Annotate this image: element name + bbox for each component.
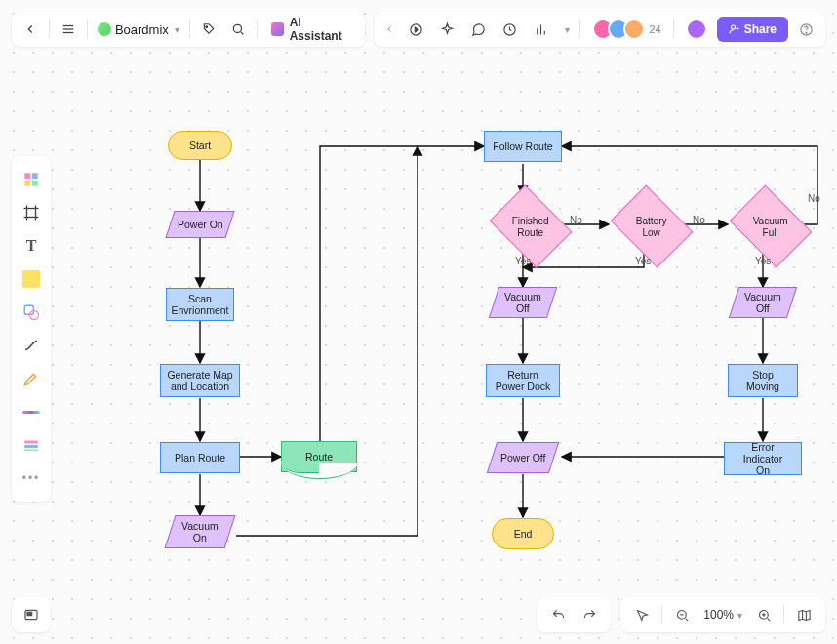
edge-label-no: No xyxy=(808,193,820,204)
node-start[interactable]: Start xyxy=(168,131,232,160)
node-power-off[interactable]: Power Off xyxy=(487,442,559,473)
node-label: Error Indicator On xyxy=(731,441,795,476)
canvas-area[interactable]: Start Power On Scan Envrionment Generate… xyxy=(0,0,837,644)
node-scan-environment[interactable]: Scan Envrionment xyxy=(166,288,234,321)
node-power-on[interactable]: Power On xyxy=(165,211,234,238)
svg-rect-29 xyxy=(24,450,38,452)
node-route-document[interactable]: Route xyxy=(281,441,357,472)
sparkle-icon xyxy=(440,22,455,37)
edge-label-yes: Yes xyxy=(515,256,531,266)
connector-tool[interactable] xyxy=(16,330,47,361)
history-button[interactable] xyxy=(496,16,523,43)
undo-button[interactable] xyxy=(544,601,572,628)
document-title-dropdown[interactable]: Boardmix ▾ xyxy=(94,22,183,37)
pointer-mode-button[interactable] xyxy=(628,601,656,628)
collaborator-avatars[interactable]: 24 xyxy=(586,19,666,40)
minimap-button[interactable] xyxy=(18,601,45,628)
templates-tool[interactable] xyxy=(16,164,47,195)
sparkle-button[interactable] xyxy=(433,16,460,43)
node-label: Vacuum Off xyxy=(504,291,541,314)
svg-point-12 xyxy=(731,25,735,29)
edge-label-yes: Yes xyxy=(635,256,651,266)
map-view-button[interactable] xyxy=(790,601,817,628)
svg-rect-19 xyxy=(24,181,30,186)
zoom-in-icon xyxy=(757,608,772,623)
current-user-avatar[interactable] xyxy=(680,19,713,40)
comment-button[interactable] xyxy=(464,16,492,43)
chart-button[interactable] xyxy=(527,16,554,43)
svg-line-5 xyxy=(241,32,243,34)
chevron-left-icon xyxy=(384,24,394,34)
dots-horizontal-icon: ••• xyxy=(22,471,41,485)
node-battery-low[interactable]: Battery Low xyxy=(611,185,694,268)
pointer-icon xyxy=(635,608,650,623)
sticky-note-icon xyxy=(22,270,40,288)
node-label: Route xyxy=(305,451,333,463)
node-stop-moving[interactable]: Stop Moving xyxy=(728,364,798,397)
template-grid-icon xyxy=(22,171,40,188)
node-label: Start xyxy=(189,140,211,151)
zoom-level-dropdown[interactable]: 100% ▾ xyxy=(699,608,746,622)
document-title: Boardmix xyxy=(115,22,169,37)
play-button[interactable] xyxy=(402,16,429,43)
node-generate-map[interactable]: Generate Map and Location xyxy=(160,364,240,397)
node-return-power-dock[interactable]: Return Power Dock xyxy=(486,364,560,397)
play-circle-icon xyxy=(409,22,423,37)
svg-point-26 xyxy=(30,311,39,320)
node-end[interactable]: End xyxy=(492,518,554,549)
node-label: Vacuum Full xyxy=(744,216,797,238)
highlighter-tool[interactable] xyxy=(16,396,47,427)
hamburger-menu-button[interactable] xyxy=(56,16,81,43)
svg-rect-28 xyxy=(24,445,38,448)
zoom-out-icon xyxy=(675,608,690,623)
chevron-left-icon xyxy=(23,22,37,36)
avatar-extra-count: 24 xyxy=(649,23,660,35)
node-label: Vacuum On xyxy=(181,520,219,543)
text-tool[interactable]: T xyxy=(16,230,47,262)
tag-button[interactable] xyxy=(196,16,221,43)
edge-label-no: No xyxy=(693,215,705,225)
redo-button[interactable] xyxy=(576,601,603,628)
svg-rect-25 xyxy=(24,305,33,314)
node-error-indicator-on[interactable]: Error Indicator On xyxy=(724,442,802,475)
map-icon xyxy=(797,608,812,623)
redo-icon xyxy=(582,608,597,623)
node-label: Stop Moving xyxy=(735,369,791,392)
zoom-out-button[interactable] xyxy=(668,601,696,628)
node-label: Generate Map and Location xyxy=(167,369,232,392)
shapes-icon xyxy=(22,303,40,321)
svg-rect-17 xyxy=(24,173,30,179)
top-bar: Boardmix ▾ AI Assistant xyxy=(12,12,825,47)
sticky-note-tool[interactable] xyxy=(16,263,47,295)
node-follow-route[interactable]: Follow Route xyxy=(484,131,562,162)
share-button[interactable]: Share xyxy=(717,17,788,42)
table-tool[interactable] xyxy=(16,429,47,461)
svg-line-34 xyxy=(685,618,688,621)
node-label: Return Power Dock xyxy=(496,369,551,392)
node-label: Scan Envrionment xyxy=(172,293,229,316)
node-label: Power On xyxy=(178,219,223,230)
edge-label-yes: Yes xyxy=(755,256,771,266)
curve-icon xyxy=(22,337,40,354)
node-vacuum-off-right[interactable]: Vacuum Off xyxy=(729,287,797,318)
search-button[interactable] xyxy=(225,16,251,43)
svg-rect-31 xyxy=(27,612,32,615)
comment-icon xyxy=(471,22,486,37)
pen-tool[interactable] xyxy=(16,363,47,394)
avatar xyxy=(623,19,645,40)
back-button[interactable] xyxy=(18,16,43,43)
chevron-down-icon: ▾ xyxy=(737,610,742,621)
zoom-in-button[interactable] xyxy=(750,601,777,628)
frame-tool[interactable] xyxy=(16,197,47,228)
node-vacuum-off-left[interactable]: Vacuum Off xyxy=(489,287,557,318)
more-dropdown-button[interactable]: ▾ xyxy=(558,16,574,43)
ai-assistant-button[interactable]: AI Assistant xyxy=(263,16,360,43)
shapes-tool[interactable] xyxy=(16,297,47,328)
node-label: Follow Route xyxy=(493,141,552,152)
node-plan-route[interactable]: Plan Route xyxy=(160,442,240,473)
more-tools-button[interactable]: ••• xyxy=(16,463,47,494)
node-vacuum-on[interactable]: Vacuum On xyxy=(164,515,235,548)
help-button[interactable] xyxy=(792,16,819,43)
prev-button[interactable] xyxy=(380,16,398,43)
history-icon xyxy=(502,22,517,37)
